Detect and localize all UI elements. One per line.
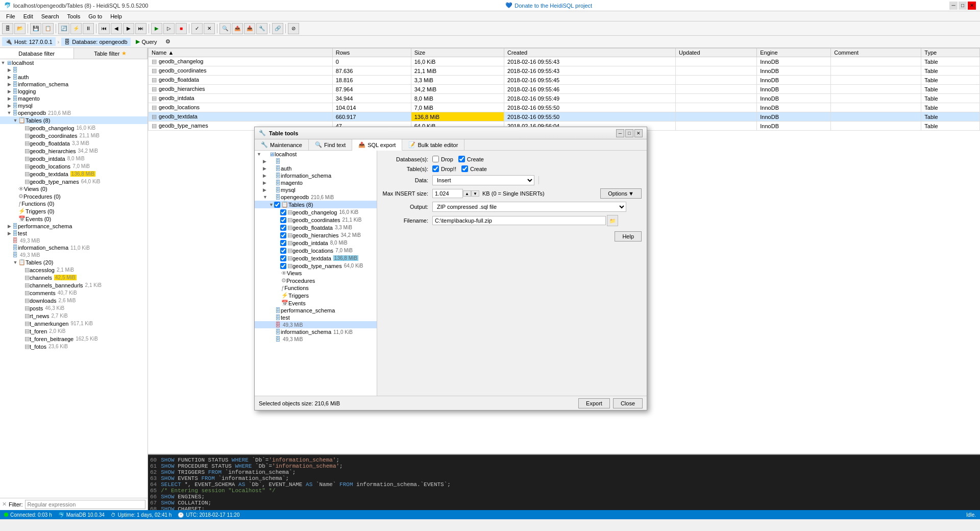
tree-item-t_geodb_type_names[interactable]: ▶▤geodb_type_names64,0 KiB	[0, 178, 148, 185]
options-btn[interactable]: Options ▼	[600, 188, 642, 199]
modal-tree-item-m_information_schema[interactable]: ▶🗄information_schema	[255, 172, 377, 179]
modal-tree-item-m_triggers[interactable]: ⚡Triggers	[255, 292, 377, 299]
max-insert-down[interactable]: ▼	[471, 190, 479, 197]
tree-item-auth[interactable]: ▶🗄auth	[0, 74, 148, 81]
modal-title-bar[interactable]: 🔧 Table tools ─ □ ✕	[255, 127, 647, 139]
tree-item-t_downloads[interactable]: ▶▤downloads2,6 MiB	[0, 297, 148, 304]
toolbar-check-btn[interactable]: ✓	[191, 23, 203, 34]
tree-item-t_comments[interactable]: ▶▤comments40,7 KiB	[0, 289, 148, 297]
minimize-btn[interactable]: ─	[949, 2, 958, 10]
drop-excl-checkbox[interactable]	[432, 165, 439, 172]
data-select[interactable]: Insert	[432, 175, 534, 185]
modal-minimize-btn[interactable]: ─	[616, 129, 624, 137]
table-row[interactable]: ▤geodb_intdata 34.944 8,0 MiB 2018-02-16…	[149, 94, 980, 103]
tree-item-anon1[interactable]: ▶🗄	[0, 66, 148, 74]
tree-item-opengeodb[interactable]: ▼🗄opengeodb210,6 MiB	[0, 109, 148, 116]
toolbar-link-btn[interactable]: 🔗	[272, 23, 283, 34]
toolbar-last-btn[interactable]: ⏭	[135, 23, 146, 34]
toolbar-filter-btn[interactable]: 🔍	[219, 23, 231, 34]
col-updated[interactable]: Updated	[676, 49, 757, 57]
filter-input[interactable]	[25, 500, 146, 509]
modal-tree-item-m_anon2[interactable]: 🗄49,3 MiB	[255, 321, 377, 328]
help-btn[interactable]: Help	[615, 231, 642, 242]
col-name[interactable]: Name ▲	[149, 49, 333, 57]
toolbar-run-btn[interactable]: ▶	[151, 23, 162, 34]
table-row[interactable]: ▤geodb_coordinates 87.636 21,1 MiB 2018-…	[149, 66, 980, 76]
modal-tree-item-m_test[interactable]: 🗄test	[255, 314, 377, 321]
filename-input[interactable]	[432, 216, 606, 225]
tree-item-information_schema[interactable]: ▶🗄information_schema	[0, 81, 148, 88]
modal-tree-item-m_opengeodb[interactable]: ▼🗄opengeodb210,6 MiB	[255, 194, 377, 201]
modal-tree-item-m_events[interactable]: 📅Events	[255, 299, 377, 307]
tree-item-t_geodb_intdata[interactable]: ▶▤geodb_intdata8,0 MiB	[0, 155, 148, 162]
modal-tree-item-m_tables8[interactable]: ▼📋Tables (8)	[255, 201, 377, 208]
max-insert-up[interactable]: ▲	[463, 190, 471, 197]
menu-tools[interactable]: Tools	[63, 12, 85, 20]
modal-tree-item-m_t_floatdata[interactable]: ▤geodb_floatdata3,3 MiB	[255, 224, 377, 231]
modal-tree-item-m_procedures[interactable]: ⚙Procedures	[255, 277, 377, 284]
toolbar-cancel-btn[interactable]: ⊘	[288, 23, 299, 34]
toolbar-new-btn[interactable]: 🗄	[2, 23, 13, 34]
tree-item-t_geodb_textdata[interactable]: ▶▤geodb_textdata136,8 MiB	[0, 170, 148, 178]
col-created[interactable]: Created	[504, 49, 676, 57]
modal-close-footer-btn[interactable]: Close	[613, 398, 643, 408]
col-type[interactable]: Type	[921, 49, 980, 57]
tree-item-localhost[interactable]: ▼🖥localhost	[0, 59, 148, 66]
modal-tree-item-m_functions[interactable]: ƒFunctions	[255, 284, 377, 292]
menu-help[interactable]: Help	[106, 12, 126, 20]
tree-item-t_geodb_changelog[interactable]: ▶▤geodb_changelog16,0 KiB	[0, 124, 148, 132]
tree-item-triggers0[interactable]: ▶⚡Triggers (0)	[0, 207, 148, 215]
modal-tree-item-m_information_schema2[interactable]: 🗄information_schema11,0 KiB	[255, 328, 377, 335]
tab-maintenance[interactable]: 🔧 Maintenance	[255, 139, 309, 150]
toolbar-save-btn[interactable]: 💾	[30, 23, 41, 34]
tab-bulk-editor[interactable]: 📝 Bulk table editor	[402, 139, 464, 150]
toolbar-next-btn[interactable]: ▶	[123, 23, 134, 34]
tab-table-filter[interactable]: Table filter ★	[74, 48, 148, 59]
filename-browse-btn[interactable]: 📁	[607, 215, 618, 226]
toolbar-cross-btn[interactable]: ✕	[204, 23, 215, 34]
menu-goto[interactable]: Go to	[84, 12, 106, 20]
toolbar-import-btn[interactable]: 📥	[244, 23, 255, 34]
tree-item-tables8[interactable]: ▼📋Tables (8)	[0, 116, 148, 124]
modal-tree-item-m_magento[interactable]: ▶🗄magento	[255, 179, 377, 186]
table-row[interactable]: ▤geodb_locations 104.014 7,0 MiB 2018-02…	[149, 103, 980, 112]
drop-checkbox[interactable]	[432, 156, 439, 162]
col-rows[interactable]: Rows	[332, 49, 411, 57]
create2-checkbox[interactable]	[461, 165, 468, 172]
close-filter-icon[interactable]: ✕	[2, 501, 7, 508]
max-insert-input[interactable]	[432, 189, 463, 198]
modal-tree-item-m_t_coordinates[interactable]: ▤geodb_coordinates21,1 KiB	[255, 216, 377, 224]
toolbar-stop-btn[interactable]: ■	[176, 23, 187, 34]
tree-item-t_t_anmerkungen[interactable]: ▶▤t_anmerkungen917,1 KiB	[0, 320, 148, 327]
tree-item-t_channels[interactable]: ▶▤channels42,5 MiB	[0, 274, 148, 281]
donate-link[interactable]: 💙 Donate to the HeidiSQL project	[501, 0, 596, 11]
modal-tree-item-m_t_type_names[interactable]: ▤geodb_type_names64,0 KiB	[255, 262, 377, 270]
tree-item-t_t_fotos[interactable]: ▶▤t_fotos23,6 KiB	[0, 343, 148, 350]
toolbar-refresh-btn[interactable]: 🔄	[58, 23, 69, 34]
tree-item-t_geodb_coordinates[interactable]: ▶▤geodb_coordinates21,1 MiB	[0, 132, 148, 139]
col-engine[interactable]: Engine	[757, 49, 831, 57]
tree-item-logging[interactable]: ▶🗄logging	[0, 88, 148, 95]
maximize-btn[interactable]: □	[959, 2, 967, 10]
menu-search[interactable]: Search	[37, 12, 63, 20]
tree-item-functions0[interactable]: ▶ƒFunctions (0)	[0, 200, 148, 207]
col-comment[interactable]: Comment	[831, 49, 921, 57]
tree-item-t_geodb_hierarchies[interactable]: ▶▤geodb_hierarchies34,2 MiB	[0, 147, 148, 155]
modal-tree-item-m_mysql[interactable]: ▶🗄mysql	[255, 186, 377, 194]
toolbar-tools-btn[interactable]: 🔧	[256, 23, 267, 34]
modal-tree-item-m_localhost[interactable]: ▼🖥localhost	[255, 151, 377, 158]
tab-find-text[interactable]: 🔍 Find text	[309, 139, 352, 150]
table-row[interactable]: ▤geodb_textdata 660.917 136,8 MiB 2018-0…	[149, 112, 980, 122]
tree-item-mysql[interactable]: ▶🗄mysql	[0, 102, 148, 109]
nav-query[interactable]: ▶ Query	[133, 37, 160, 46]
tree-item-test[interactable]: ▶🗄test	[0, 230, 148, 237]
modal-tree-item-m_t_intdata[interactable]: ▤geodb_intdata8,0 MiB	[255, 239, 377, 247]
menu-file[interactable]: File	[2, 12, 19, 20]
modal-tree-item-m_anon1[interactable]: ▶🗄	[255, 158, 377, 165]
col-size[interactable]: Size	[411, 49, 504, 57]
tree-item-procedures0[interactable]: ▶⚙Procedures (0)	[0, 192, 148, 200]
modal-tree-item-m_t_locations[interactable]: ▤geodb_locations7,0 MiB	[255, 247, 377, 254]
modal-tree-item-m_performance_schema[interactable]: 🗄performance_schema	[255, 307, 377, 314]
create-checkbox[interactable]	[458, 156, 465, 162]
menu-edit[interactable]: Edit	[19, 12, 37, 20]
